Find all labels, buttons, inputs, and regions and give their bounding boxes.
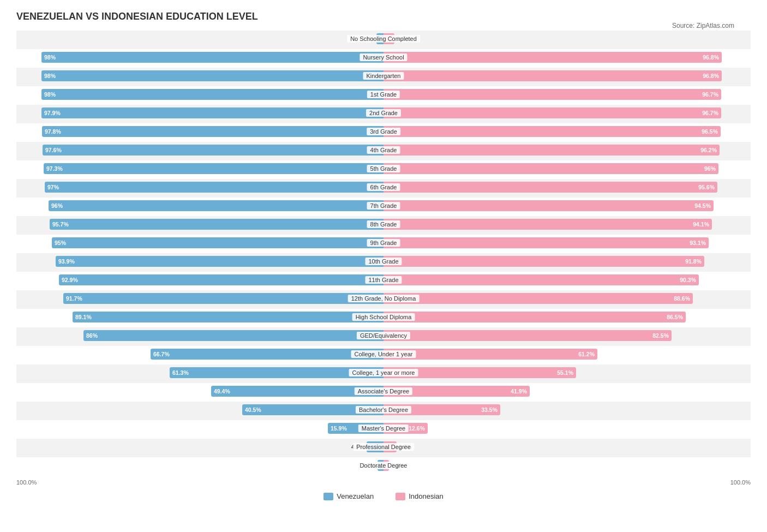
bar-center-label: 2nd Grade xyxy=(366,109,401,117)
chart-container: 2% No Schooling Completed 3.2% xyxy=(16,31,751,500)
bar-left: 92.9% xyxy=(59,274,384,285)
bar-left: 98% xyxy=(41,52,384,63)
bar-center-label: College, 1 year or more xyxy=(349,369,418,376)
bar-left-val: 66.7% xyxy=(151,351,170,357)
bar-right: 91.8% xyxy=(384,256,704,267)
bar-center-label: 4th Grade xyxy=(367,146,400,154)
legend-indonesian: Indonesian xyxy=(396,492,444,500)
chart-row: 97.3% 5th Grade 96% xyxy=(16,160,751,179)
bar-center-label: 5th Grade xyxy=(367,165,400,172)
bar-right-val: 86.5% xyxy=(667,314,686,320)
bar-right: 93.1% xyxy=(384,237,709,248)
chart-row: 93.9% 10th Grade 91.8% xyxy=(16,253,751,272)
bar-right-val: 82.5% xyxy=(652,332,672,339)
bar-left: 97% xyxy=(45,182,384,193)
bar-left-val: 91.7% xyxy=(63,295,82,302)
bar-left: 66.7% xyxy=(151,349,384,360)
bar-left-val: 98% xyxy=(41,54,56,61)
bar-left-val: 98% xyxy=(41,91,56,98)
bar-center-label: High School Diploma xyxy=(352,313,415,321)
bar-center-label: Master's Degree xyxy=(358,425,409,432)
bar-center-label: 8th Grade xyxy=(367,220,400,228)
legend: Venezuelan Indonesian xyxy=(16,492,751,500)
bar-left: 86% xyxy=(83,330,384,341)
chart-row: 66.7% College, Under 1 year 61.2% xyxy=(16,346,751,364)
bar-right: 94.5% xyxy=(384,200,714,211)
bar-left: 91.7% xyxy=(63,293,384,304)
bar-center-label: 11th Grade xyxy=(365,276,402,284)
bar-left-val: 89.1% xyxy=(73,314,92,320)
chart-title: VENEZUELAN VS INDONESIAN EDUCATION LEVEL xyxy=(16,11,751,22)
bar-left: 89.1% xyxy=(73,312,384,322)
chart-row: 15.9% Master's Degree 12.6% xyxy=(16,420,751,439)
bar-left-val: 15.9% xyxy=(328,425,347,432)
bar-left: 97.9% xyxy=(41,107,384,118)
axis-labels: 100.0% 100.0% xyxy=(16,479,751,486)
bar-center-label: 12th Grade, No Diploma xyxy=(348,295,420,302)
bar-center-label: No Schooling Completed xyxy=(347,35,420,43)
chart-row: 97% 6th Grade 95.6% xyxy=(16,179,751,198)
bar-left: 95% xyxy=(52,237,384,248)
chart-row: 97.6% 4th Grade 96.2% xyxy=(16,142,751,160)
bar-center-label: Doctorate Degree xyxy=(357,462,411,469)
chart-row: 49.4% Associate's Degree 41.9% xyxy=(16,383,751,402)
bar-right-val: 96.5% xyxy=(702,128,721,135)
bar-left-val: 98% xyxy=(41,73,56,79)
bar-left: 98% xyxy=(41,89,384,100)
bar-center-label: 7th Grade xyxy=(367,202,400,210)
bar-center-label: 10th Grade xyxy=(365,258,402,265)
bar-left: 97.8% xyxy=(42,126,384,137)
bar-right-val: 94.5% xyxy=(694,202,714,209)
legend-venezuelan-label: Venezuelan xyxy=(337,492,374,500)
bar-right-val: 96.8% xyxy=(703,54,722,61)
bar-left: 96% xyxy=(49,200,384,211)
legend-venezuelan: Venezuelan xyxy=(323,492,374,500)
bar-left-val: 86% xyxy=(83,332,98,339)
bar-right-val: 90.3% xyxy=(680,277,699,283)
bar-center-label: Nursery School xyxy=(359,53,407,61)
chart-row: 98% 1st Grade 96.7% xyxy=(16,86,751,105)
bar-left-val: 97% xyxy=(45,184,59,190)
bar-center-label: Professional Degree xyxy=(353,443,414,451)
bar-right: 96.7% xyxy=(384,107,721,118)
bar-right-val: 91.8% xyxy=(685,258,704,265)
bar-right-val: 96.7% xyxy=(702,110,721,116)
chart-row: 95% 9th Grade 93.1% xyxy=(16,235,751,253)
bar-right-val: 93.1% xyxy=(690,240,709,246)
bar-left: 97.6% xyxy=(43,145,384,156)
chart-row: 98% Kindergarten 96.8% xyxy=(16,68,751,86)
bar-left: 95.7% xyxy=(50,219,384,230)
bar-center-label: 1st Grade xyxy=(367,91,400,98)
legend-venezuelan-box xyxy=(323,493,333,500)
axis-left: 100.0% xyxy=(16,479,37,486)
chart-row: 2% No Schooling Completed 3.2% xyxy=(16,31,751,49)
bar-right: 96.8% xyxy=(384,70,722,81)
bar-left-val: 97.6% xyxy=(43,147,62,153)
chart-row: 61.3% College, 1 year or more 55.1% xyxy=(16,364,751,383)
bar-right-val: 61.2% xyxy=(578,351,597,357)
bar-left-val: 93.9% xyxy=(56,258,75,265)
bar-right: 94.1% xyxy=(384,219,712,230)
bar-right-val: 12.6% xyxy=(409,425,428,432)
bar-right-val: 95.6% xyxy=(698,184,717,190)
bar-right: 90.3% xyxy=(384,274,699,285)
bar-left-val: 95% xyxy=(52,240,66,246)
bar-right: 86.5% xyxy=(384,312,686,322)
legend-indonesian-label: Indonesian xyxy=(409,492,444,500)
bar-right: 95.6% xyxy=(384,182,717,193)
bar-center-label: Associate's Degree xyxy=(355,387,412,395)
bar-right-val: 94.1% xyxy=(693,221,712,228)
bar-center-label: 9th Grade xyxy=(367,239,400,247)
bar-right: 96% xyxy=(384,163,718,174)
bar-left: 93.9% xyxy=(56,256,384,267)
bar-right-val: 33.5% xyxy=(481,407,500,413)
bar-right: 96.2% xyxy=(384,145,720,156)
bar-right-val: 55.1% xyxy=(557,369,576,376)
bar-center-label: GED/Equivalency xyxy=(357,332,410,339)
bar-right: 88.6% xyxy=(384,293,693,304)
bar-right: 82.5% xyxy=(384,330,672,341)
bar-right: 96.5% xyxy=(384,126,721,137)
bar-right: 96.8% xyxy=(384,52,722,63)
bar-left-val: 92.9% xyxy=(59,277,78,283)
bar-left-val: 61.3% xyxy=(170,369,189,376)
